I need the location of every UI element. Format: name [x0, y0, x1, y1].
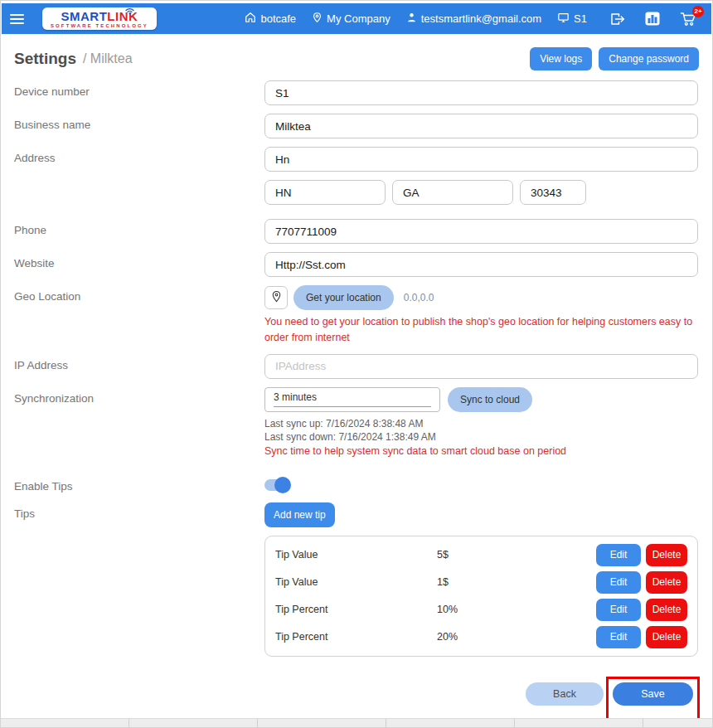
device-number-label: Device number [14, 80, 264, 105]
tip-delete-button[interactable]: Delete [646, 544, 687, 566]
ip-address-row: IP Address [1, 354, 712, 379]
back-button[interactable]: Back [526, 682, 604, 706]
phone-row: Phone [1, 219, 712, 244]
toggle-knob [274, 477, 291, 493]
nav-item-botcafe[interactable]: botcafe [245, 12, 296, 26]
header-actions: 2+ [610, 12, 696, 27]
geo-location-label: Geo Location [14, 285, 264, 346]
geo-warning-text: You need to get your location to publish… [264, 314, 698, 346]
tip-edit-button[interactable]: Edit [596, 571, 641, 594]
page-title: Settings [14, 50, 76, 68]
tips-table: Tip Value 5$ Edit Delete Tip Value 1$ Ed… [264, 536, 698, 657]
partial-table-strip [1, 718, 712, 727]
address-city-input[interactable] [264, 180, 386, 205]
sync-interval-select[interactable]: 3 minutes [264, 387, 440, 412]
ip-address-label: IP Address [14, 354, 264, 379]
website-label: Website [14, 252, 264, 277]
wifi-icon [124, 3, 135, 16]
business-name-label: Business name [14, 114, 264, 138]
enable-tips-label: Enable Tips [14, 475, 264, 493]
settings-form: Device number Business name Address Phon… [1, 80, 712, 657]
tip-table-row: Tip Value 5$ Edit Delete [265, 541, 697, 569]
tip-edit-button[interactable]: Edit [596, 599, 641, 621]
tip-value: 5$ [437, 549, 596, 561]
brand-wordmark: SMARTLINK [61, 10, 138, 22]
last-sync-down: Last sync down: 7/16/2024 1:38:49 AM [264, 430, 698, 444]
sync-interval-value: 3 minutes [274, 391, 431, 407]
header-nav: botcafe My Company testsmartlink@gmail.c… [245, 12, 587, 26]
tip-type: Tip Value [275, 576, 437, 588]
user-icon [406, 12, 417, 26]
geo-pin-button[interactable] [264, 286, 288, 309]
tip-edit-button[interactable]: Edit [596, 544, 641, 566]
nav-label: S1 [574, 12, 587, 25]
add-new-tip-button[interactable]: Add new tip [264, 502, 335, 527]
brand-logo[interactable]: SMARTLINK SOFTWARE TECHNOLOGY [42, 7, 157, 30]
device-number-input[interactable] [264, 80, 698, 105]
tips-row: Tips Add new tip Tip Value 5$ Edit Delet… [1, 502, 712, 657]
nav-label: testsmartlink@gmail.com [421, 12, 541, 25]
map-pin-icon [271, 290, 282, 305]
tip-value: 10% [437, 604, 596, 615]
nav-item-account-email[interactable]: testsmartlink@gmail.com [406, 12, 541, 26]
synchronization-label: Synchronization [14, 387, 264, 457]
hamburger-menu-icon[interactable] [10, 14, 24, 24]
brand-subtitle: SOFTWARE TECHNOLOGY [51, 23, 148, 28]
tip-edit-button[interactable]: Edit [596, 626, 641, 648]
last-sync-up: Last sync up: 7/16/2024 8:38:48 AM [264, 417, 698, 430]
location-pin-icon [312, 12, 323, 26]
nav-label: botcafe [260, 12, 296, 25]
title-row: Settings / Milktea View logs Change pass… [1, 34, 712, 79]
tip-value: 1$ [437, 576, 596, 588]
nav-label: My Company [327, 12, 390, 25]
tip-type: Tip Value [275, 549, 437, 561]
save-button[interactable]: Save [613, 682, 693, 706]
cart-badge: 2+ [692, 6, 704, 17]
address-row: Address [1, 147, 712, 172]
top-header: SMARTLINK SOFTWARE TECHNOLOGY botcafe [2, 3, 711, 34]
tip-type: Tip Percent [275, 631, 437, 643]
view-logs-button[interactable]: View logs [530, 47, 592, 70]
sync-to-cloud-button[interactable]: Sync to cloud [448, 387, 532, 412]
device-number-row: Device number [1, 80, 712, 105]
home-icon [245, 12, 256, 26]
business-name-input[interactable] [264, 114, 698, 138]
change-password-button[interactable]: Change password [599, 47, 699, 70]
phone-label: Phone [14, 219, 264, 244]
get-location-button[interactable]: Get your location [293, 285, 394, 310]
monitor-icon [557, 12, 570, 26]
settings-page: SMARTLINK SOFTWARE TECHNOLOGY botcafe [0, 0, 713, 728]
address-state-input[interactable] [392, 180, 513, 205]
geo-coordinates: 0.0,0.0 [404, 292, 434, 303]
nav-item-station[interactable]: S1 [557, 12, 587, 26]
address-zip-input[interactable] [520, 180, 586, 205]
tip-delete-button[interactable]: Delete [646, 599, 687, 621]
business-name-row: Business name [1, 114, 712, 138]
breadcrumb: / Milktea [83, 51, 133, 66]
tip-type: Tip Percent [275, 604, 437, 615]
tip-delete-button[interactable]: Delete [646, 626, 687, 648]
address-label: Address [14, 147, 264, 172]
tip-table-row: Tip Percent 10% Edit Delete [265, 596, 697, 624]
website-input[interactable] [264, 252, 698, 277]
tip-table-row: Tip Value 1$ Edit Delete [265, 569, 697, 596]
tip-delete-button[interactable]: Delete [646, 571, 687, 594]
phone-input[interactable] [264, 219, 698, 244]
reports-chart-icon[interactable] [645, 12, 660, 26]
logout-icon[interactable] [610, 12, 625, 26]
enable-tips-row: Enable Tips [1, 475, 712, 493]
enable-tips-toggle[interactable] [264, 479, 289, 491]
address-street-input[interactable] [264, 147, 698, 172]
website-row: Website [1, 252, 712, 277]
geo-location-row: Geo Location Get your location 0.0,0.0 Y… [1, 285, 712, 346]
tip-value: 20% [437, 631, 596, 643]
sync-note: Sync time to help system sync data to sm… [264, 445, 698, 457]
tips-label: Tips [14, 502, 264, 657]
synchronization-row: Synchronization 3 minutes Sync to cloud … [1, 387, 712, 457]
nav-item-my-company[interactable]: My Company [312, 12, 390, 26]
ip-address-input[interactable] [264, 354, 698, 379]
address-row-2 [1, 180, 712, 205]
tip-table-row: Tip Percent 20% Edit Delete [265, 624, 697, 651]
brand-smart-text: SMART [61, 9, 108, 23]
cart-icon[interactable]: 2+ [680, 12, 696, 27]
